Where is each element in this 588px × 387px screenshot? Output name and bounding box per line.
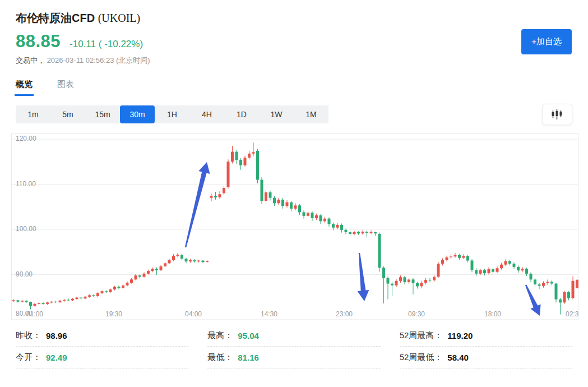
candle-body	[172, 256, 175, 260]
y-tick-120: 120.00	[16, 135, 36, 142]
candle-body	[189, 260, 192, 261]
candle-body	[34, 304, 36, 306]
candle-body	[126, 283, 129, 285]
candle-body	[488, 269, 490, 273]
y-tick-100: 100.00	[16, 225, 36, 233]
interval-1w[interactable]: 1W	[259, 105, 294, 123]
candle-body	[71, 299, 74, 300]
candle-body	[307, 213, 309, 216]
x-tick-19-30: 19:30	[105, 310, 122, 318]
candle-body	[273, 198, 276, 204]
candle-body	[521, 269, 524, 270]
candle-body	[370, 232, 373, 233]
candle-body	[542, 283, 545, 286]
candlestick-chart[interactable]: 120.00110.00100.0090.0080.0001:0019:3004…	[0, 132, 588, 322]
candle-body	[311, 213, 314, 218]
stat-open-today-value: 92.49	[46, 353, 67, 362]
candle-body	[281, 200, 284, 206]
candle-body	[135, 275, 137, 279]
candle-body	[550, 282, 553, 283]
interval-1m[interactable]: 1m	[16, 105, 50, 123]
candle-body	[109, 289, 112, 292]
candle-body	[54, 302, 57, 302]
candle-body	[80, 298, 82, 299]
candle-body	[122, 285, 124, 288]
candle-body	[320, 215, 322, 221]
candle-body	[244, 158, 247, 165]
candle-body	[17, 300, 20, 301]
candle-body	[408, 279, 410, 282]
interval-1m[interactable]: 1M	[294, 105, 328, 123]
candle-body	[92, 296, 95, 297]
stat-week52-low: 52周最低：58.40	[400, 347, 572, 368]
candle-body	[155, 269, 158, 270]
candle-body	[219, 194, 221, 197]
candle-body	[513, 264, 516, 267]
candle-body	[576, 280, 578, 288]
page-title: 布伦特原油CFD (UKOIL)	[16, 11, 572, 25]
candle-body	[101, 291, 104, 293]
price-change: -10.11 ( -10.22%)	[70, 39, 143, 50]
candle-body	[298, 205, 301, 212]
chart-type-button[interactable]	[542, 104, 572, 125]
interval-1d[interactable]: 1D	[224, 105, 259, 123]
candle-body	[118, 287, 121, 288]
candle-body	[29, 302, 32, 306]
interval-5m[interactable]: 5m	[50, 105, 85, 123]
candle-body	[147, 271, 150, 274]
stat-week52-low-label: 52周最低：	[400, 352, 443, 363]
candle-body	[21, 301, 24, 302]
candle-body	[177, 255, 179, 256]
interval-4h[interactable]: 4H	[189, 105, 224, 123]
interval-30m[interactable]: 30m	[120, 105, 155, 123]
candle-body	[59, 301, 62, 302]
candle-body	[412, 279, 415, 283]
candle-body	[450, 256, 452, 257]
instrument-name: 布伦特原油CFD	[16, 12, 95, 24]
stat-low: 最低：81.16	[207, 347, 380, 368]
candle-body	[12, 300, 15, 301]
candle-body	[441, 260, 444, 264]
candle-body	[261, 179, 263, 201]
candle-body	[500, 265, 503, 268]
price-row: 88.85 -10.11 ( -10.22%)	[16, 31, 572, 52]
candle-body	[235, 152, 238, 160]
candle-body	[256, 151, 259, 180]
status-row: 交易中， 2026-03-11 02:56:23 (北京时间)	[16, 56, 572, 66]
candle-body	[429, 280, 432, 280]
candle-body	[483, 270, 486, 273]
candle-body	[38, 303, 40, 304]
add-watchlist-button[interactable]: +加自选	[521, 29, 572, 54]
candle-body	[303, 212, 305, 215]
tab-chart[interactable]: 图表	[57, 79, 74, 96]
x-tick-04-00: 04:00	[185, 310, 202, 318]
candle-body	[353, 232, 356, 234]
candle-body	[50, 302, 53, 303]
stat-prev-close: 昨收：98.96	[16, 325, 188, 347]
candle-body	[185, 259, 188, 261]
candle-body	[248, 154, 251, 158]
candle-body	[525, 269, 528, 274]
candle-body	[378, 234, 381, 268]
chart-toolbar: 1m5m15m30m1H4H1D1W1M	[0, 104, 588, 125]
x-tick-09-30: 09:30	[408, 310, 425, 318]
candle-body	[113, 287, 116, 289]
candle-body	[416, 283, 419, 287]
stat-week52-high: 52周最高：119.20	[400, 325, 572, 347]
y-tick-110: 110.00	[16, 180, 36, 188]
candle-body	[202, 261, 205, 262]
candle-body	[160, 266, 163, 270]
candle-body	[214, 196, 217, 197]
candle-body	[164, 263, 166, 266]
candle-body	[336, 225, 339, 228]
candle-body	[559, 300, 562, 303]
candle-body	[399, 277, 402, 280]
interval-15m[interactable]: 15m	[85, 105, 120, 123]
tab-overview[interactable]: 概览	[16, 79, 33, 96]
candle-body	[231, 152, 234, 162]
candle-body	[466, 256, 469, 260]
interval-1h[interactable]: 1H	[155, 105, 189, 123]
candle-body	[151, 269, 154, 271]
candle-body	[138, 275, 141, 277]
annotation-arrow-down-1	[358, 253, 369, 301]
